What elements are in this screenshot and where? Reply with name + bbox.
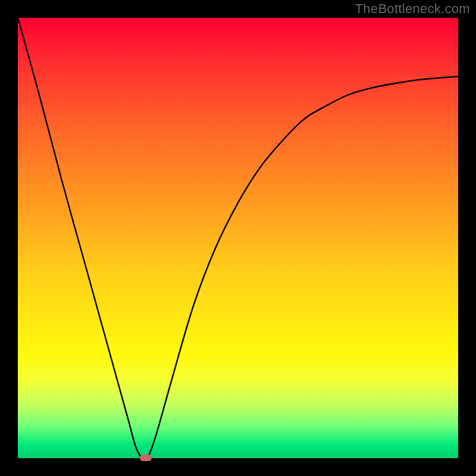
watermark-text: TheBottleneck.com [355, 1, 470, 17]
chart-frame: TheBottleneck.com [0, 0, 476, 476]
curve-svg [18, 18, 458, 458]
minimum-marker [140, 455, 152, 461]
plot-area [18, 18, 458, 458]
bottleneck-curve [18, 18, 458, 458]
